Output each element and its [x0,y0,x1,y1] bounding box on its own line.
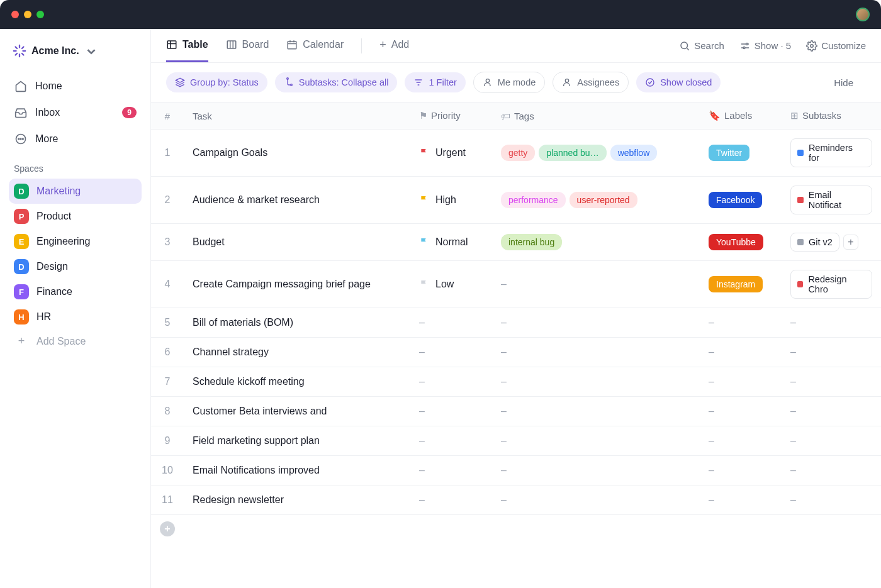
workspace-switcher[interactable]: Acme Inc. [9,42,142,60]
col-labels[interactable]: 🔖Labels [700,103,782,130]
labels-cell[interactable]: – [700,456,782,485]
task-row[interactable]: 7 Schedule kickoff meeting – – – – [151,367,881,397]
tag-pill[interactable]: performance [501,192,566,208]
task-name[interactable]: Redesign newsletter [184,485,410,515]
hide-button[interactable]: Hide [834,77,866,88]
priority-cell[interactable]: – [410,426,492,456]
show-button[interactable]: Show · 5 [739,40,791,52]
task-name[interactable]: Campaign Goals [184,130,410,177]
task-name[interactable]: Create Campaign messaging brief page [184,261,410,308]
priority-cell[interactable]: Low [410,261,492,308]
me-mode-chip[interactable]: Me mode [473,72,545,93]
add-view-button[interactable]: + Add [379,29,409,62]
task-name[interactable]: Audience & market research [184,177,410,224]
labels-cell[interactable]: Instagram [700,261,782,308]
priority-cell[interactable]: High [410,177,492,224]
maximize-window[interactable] [36,11,44,18]
task-name[interactable]: Field marketing support plan [184,426,410,456]
col-subtasks[interactable]: ⊞Subtasks [782,103,881,130]
subtasks-cell[interactable]: – [782,338,881,367]
subtask-pill[interactable]: Git v2 [790,233,839,252]
task-row[interactable]: 10 Email Notifications improved – – – – [151,456,881,485]
tags-cell[interactable]: – [492,338,700,367]
tab-table[interactable]: Table [166,29,208,62]
space-item-finance[interactable]: FFinance [9,279,142,304]
label-pill[interactable]: YouTubbe [709,234,763,250]
minimize-window[interactable] [24,11,31,18]
label-pill[interactable]: Twitter [709,145,749,161]
tag-pill[interactable]: internal bug [501,234,562,250]
col-tags[interactable]: 🏷Tags [492,103,700,130]
subtasks-cell[interactable]: – [782,367,881,397]
priority-cell[interactable]: – [410,338,492,367]
tag-pill[interactable]: user-reported [570,192,637,208]
task-row[interactable]: 5 Bill of materials (BOM) – – – – [151,308,881,338]
tag-pill[interactable]: getty [501,145,535,161]
subtasks-cell[interactable]: – [782,397,881,426]
tags-cell[interactable]: – [492,485,700,515]
tags-cell[interactable]: internal bug [492,224,700,261]
subtasks-cell[interactable]: – [782,456,881,485]
priority-cell[interactable]: – [410,456,492,485]
col-task[interactable]: Task [184,103,410,130]
tags-cell[interactable]: – [492,261,700,308]
priority-cell[interactable]: Normal [410,224,492,261]
subtasks-cell[interactable]: Reminders for [782,130,881,177]
space-item-design[interactable]: DDesign [9,254,142,279]
tags-cell[interactable]: gettyplanned bu…webflow [492,130,700,177]
task-row[interactable]: 3 Budget Normal internal bug YouTubbe Gi… [151,224,881,261]
subtasks-cell[interactable]: – [782,485,881,515]
task-name[interactable]: Channel strategy [184,338,410,367]
labels-cell[interactable]: Facebook [700,177,782,224]
add-subtask-button[interactable]: + [843,235,858,250]
task-name[interactable]: Schedule kickoff meeting [184,367,410,397]
tags-cell[interactable]: – [492,308,700,338]
task-row[interactable]: 1 Campaign Goals Urgent gettyplanned bu…… [151,130,881,177]
labels-cell[interactable]: – [700,485,782,515]
subtasks-cell[interactable]: – [782,426,881,456]
space-item-hr[interactable]: HHR [9,304,142,330]
space-item-engineering[interactable]: EEngineering [9,229,142,254]
labels-cell[interactable]: Twitter [700,130,782,177]
nav-inbox[interactable]: Inbox 9 [9,99,142,126]
task-row[interactable]: 6 Channel strategy – – – – [151,338,881,367]
labels-cell[interactable]: – [700,426,782,456]
subtask-pill[interactable]: Reminders for [790,138,872,167]
tab-calendar[interactable]: Calendar [286,29,344,62]
show-closed-chip[interactable]: Show closed [636,72,721,92]
add-task-row[interactable]: + [151,515,881,543]
task-row[interactable]: 11 Redesign newsletter – – – – [151,485,881,515]
subtasks-chip[interactable]: Subtasks: Collapse all [275,72,398,92]
customize-button[interactable]: Customize [806,40,866,52]
label-pill[interactable]: Instagram [709,276,763,292]
close-window[interactable] [11,11,19,18]
tag-pill[interactable]: webflow [610,145,658,161]
col-number[interactable]: # [151,103,184,130]
tags-cell[interactable]: – [492,397,700,426]
col-priority[interactable]: ⚑Priority [410,103,492,130]
label-pill[interactable]: Facebook [709,192,762,208]
task-name[interactable]: Customer Beta interviews and [184,397,410,426]
subtasks-cell[interactable]: Email Notificat [782,177,881,224]
tags-cell[interactable]: performanceuser-reported [492,177,700,224]
tags-cell[interactable]: – [492,456,700,485]
task-name[interactable]: Email Notifications improved [184,456,410,485]
tab-board[interactable]: Board [226,29,269,62]
task-name[interactable]: Budget [184,224,410,261]
user-avatar[interactable] [856,8,870,21]
priority-cell[interactable]: – [410,485,492,515]
priority-cell[interactable]: – [410,308,492,338]
subtasks-cell[interactable]: Git v2+ [782,224,881,261]
labels-cell[interactable]: – [700,338,782,367]
tags-cell[interactable]: – [492,426,700,456]
subtask-pill[interactable]: Redesign Chro [790,270,872,299]
filter-chip[interactable]: 1 Filter [405,72,465,92]
task-name[interactable]: Bill of materials (BOM) [184,308,410,338]
labels-cell[interactable]: – [700,308,782,338]
task-row[interactable]: 8 Customer Beta interviews and – – – – [151,397,881,426]
tags-cell[interactable]: – [492,367,700,397]
labels-cell[interactable]: – [700,367,782,397]
task-row[interactable]: 2 Audience & market research High perfor… [151,177,881,224]
search-button[interactable]: Search [679,40,724,52]
nav-more[interactable]: More [9,126,142,152]
